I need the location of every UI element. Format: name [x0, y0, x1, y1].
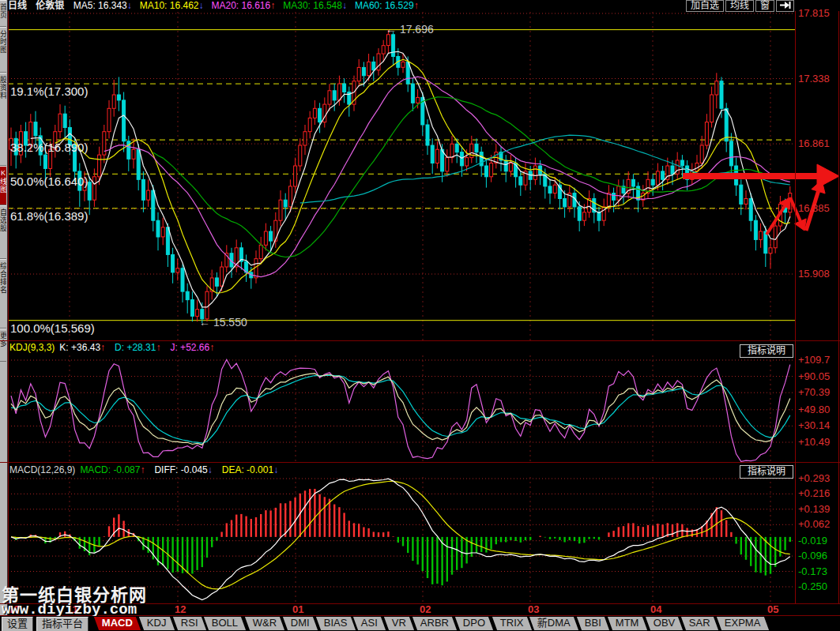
fibonacci-level-label: 38.2%(16.890)	[10, 141, 88, 154]
macd-indicator-help-button[interactable]: 指标说明	[740, 465, 793, 479]
down-arrow-icon: ↓	[208, 464, 213, 475]
window-button[interactable]: 窗	[755, 0, 774, 12]
axis-tick-label: 16.385	[798, 202, 839, 215]
plot-right-border	[795, 11, 796, 603]
month-label: 02	[420, 603, 431, 615]
month-label: 05	[767, 603, 778, 615]
sidebar-item-7[interactable]: 更多	[0, 329, 6, 362]
fibonacci-level-label: 61.8%(16.389)	[10, 210, 88, 223]
tab-新dma[interactable]: 新DMA	[529, 617, 578, 630]
axis-tick-label: -0.250	[798, 580, 839, 593]
swing-low-label: ← 15.550	[199, 317, 247, 329]
month-label: 03	[528, 603, 539, 615]
indicator-value-label: KDJ(9,3,3)	[9, 342, 55, 353]
period-label: 日线	[8, 0, 27, 11]
ma-value: MA20: 16.616↑	[211, 0, 275, 11]
axis-tick-label: +10.49	[798, 436, 839, 449]
main-chart-plot-area[interactable]	[8, 12, 795, 340]
tab-bbi[interactable]: BBI	[577, 617, 609, 630]
tab-asi[interactable]: ASI	[353, 617, 386, 630]
axis-tick-label: -0.173	[798, 565, 839, 578]
indicator-value-label: MACD: -0.087↑	[80, 464, 149, 475]
sidebar-item-5[interactable]: 自选股	[0, 205, 6, 259]
tab-mtm[interactable]: MTM	[608, 617, 647, 630]
tab-rsi[interactable]: RSI	[173, 617, 206, 630]
axis-tick-label: 17.338	[798, 73, 839, 85]
tab-dpo[interactable]: DPO	[455, 617, 493, 630]
sidebar-item-3[interactable]: 股资料	[0, 73, 6, 166]
ma-value: MA10: 16.462↓	[140, 0, 204, 11]
up-arrow-icon: ↑	[100, 342, 105, 353]
kdj-indicator-help-button[interactable]: 指标说明	[740, 344, 793, 358]
macd-header: MACD(12,26,9)MACD: -0.087↑DIFF: -0.045↓D…	[9, 464, 288, 476]
axis-tick-label: +0.293	[798, 472, 839, 485]
up-arrow-icon: ↑	[209, 342, 214, 353]
ma-lines-button[interactable]: 均线	[725, 0, 754, 12]
indicator-tab-bar: 设置 指标平台 MACDKDJRSIBOLLW&RDMIBIASASIVRARB…	[0, 616, 840, 631]
tab-bias[interactable]: BIAS	[316, 617, 356, 630]
next-panel-arrow-icon[interactable]	[776, 0, 794, 12]
trading-app-window: 首页分时图股资料K线图自选股综合排名更多 日线 伦敦银 MA5: 16.343↓…	[0, 0, 840, 631]
axis-tick-label: +0.139	[798, 503, 839, 516]
plot-left-border	[8, 11, 9, 603]
indicator-value-label: J: +52.66↑	[170, 342, 219, 353]
indicator-value-label: MACD(12,26,9)	[9, 464, 75, 475]
kdj-plot-area[interactable]	[8, 355, 795, 462]
ma-value: MA30: 16.548↓	[283, 0, 347, 11]
axis-tick-label: +70.39	[798, 386, 839, 399]
settings-button[interactable]: 设置	[2, 617, 33, 631]
axis-tick-label: +0.062	[798, 518, 839, 531]
axis-tick-label: +0.216	[798, 487, 839, 500]
up-arrow-icon: ↑	[414, 0, 419, 11]
down-arrow-icon: ↓	[198, 0, 203, 11]
tab-vr[interactable]: VR	[384, 617, 414, 630]
ma-value: MA60: 16.529↑	[355, 0, 419, 11]
month-label: 01	[292, 603, 303, 615]
panel-divider	[0, 462, 840, 463]
ma-values: MA5: 16.343↓MA10: 16.462↓MA20: 16.616↑MA…	[73, 0, 427, 11]
axis-tick-label: +49.80	[798, 404, 839, 416]
axis-tick-label: +90.05	[798, 370, 839, 383]
indicator-value-label: DIFF: -0.045↓	[154, 464, 217, 475]
axis-tick-label: 16.861	[798, 137, 839, 150]
sidebar-item-6[interactable]: 综合排名	[0, 259, 6, 329]
fibonacci-level-label: 50.0%(16.640)	[10, 175, 88, 188]
title-bar: 日线 伦敦银 MA5: 16.343↓MA10: 16.462↓MA20: 16…	[8, 0, 840, 12]
axis-tick-label: +109.7	[798, 354, 839, 366]
axis-tick-label: -0.019	[798, 535, 839, 547]
axis-tick-label: 15.908	[798, 268, 839, 280]
axis-tick-label: 17.815	[798, 7, 839, 20]
tab-arbr[interactable]: ARBR	[412, 617, 457, 630]
title-bar-buttons: 加自选 均线 窗	[684, 0, 794, 12]
up-arrow-icon: ↑	[270, 0, 275, 11]
sidebar-item-1[interactable]: 首页	[0, 0, 6, 27]
left-rail: 首页分时图股资料K线图自选股综合排名更多	[0, 0, 8, 616]
tab-boll[interactable]: BOLL	[204, 617, 246, 630]
tab-trix[interactable]: TRIX	[492, 617, 532, 630]
indicator-tabs: MACDKDJRSIBOLLW&RDMIBIASASIVRARBRDPOTRIX…	[96, 616, 769, 630]
sidebar-item-4[interactable]: K线图	[0, 166, 6, 205]
swing-high-label: ← 17.696	[386, 24, 434, 36]
tab-kdj[interactable]: KDJ	[139, 617, 175, 630]
down-arrow-icon: ↓	[127, 0, 132, 11]
tab-obv[interactable]: OBV	[646, 617, 684, 630]
fibonacci-level-label: 100.0%(15.569)	[10, 322, 95, 335]
down-arrow-icon: ↓	[273, 464, 278, 475]
panel-divider	[0, 340, 840, 341]
month-label: 12	[175, 603, 186, 615]
axis-tick-label: +30.14	[798, 419, 839, 432]
tab-sar[interactable]: SAR	[681, 617, 718, 630]
indicator-platform-button[interactable]: 指标平台	[36, 617, 89, 631]
tab-expma[interactable]: EXPMA	[717, 617, 769, 630]
month-label: 04	[650, 603, 661, 615]
tab-dmi[interactable]: DMI	[283, 617, 318, 630]
sidebar-item-2[interactable]: 分时图	[0, 27, 6, 73]
add-watchlist-button[interactable]: 加自选	[686, 0, 724, 12]
tab-macd[interactable]: MACD	[94, 617, 141, 630]
symbol-label: 伦敦银	[36, 0, 64, 11]
down-arrow-icon: ↓	[342, 0, 347, 11]
tab-w&r[interactable]: W&R	[244, 617, 284, 630]
ma-value: MA5: 16.343↓	[73, 0, 132, 11]
axis-tick-label: -0.096	[798, 550, 839, 562]
up-arrow-icon: ↑	[156, 342, 160, 353]
